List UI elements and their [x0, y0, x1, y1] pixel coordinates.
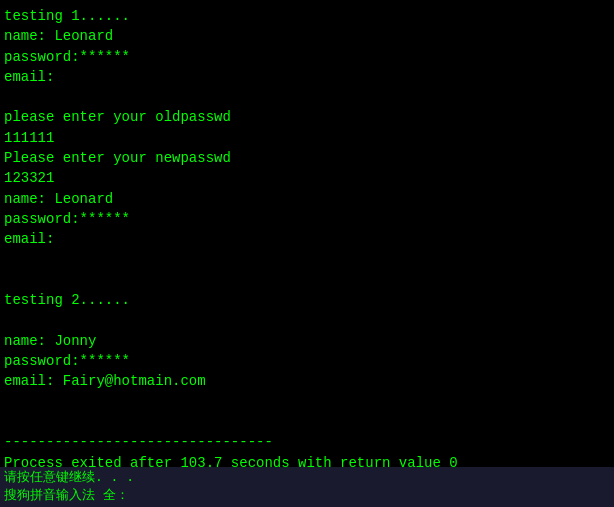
terminal-line: name: Leonard: [4, 189, 610, 209]
terminal-line: password:******: [4, 47, 610, 67]
bottom-bar: 请按任意键继续. . .搜狗拼音输入法 全：: [0, 467, 614, 507]
terminal-line: [4, 270, 610, 290]
terminal-line: password:******: [4, 351, 610, 371]
terminal-line: password:******: [4, 209, 610, 229]
terminal-line: [4, 392, 610, 412]
terminal-line: email: Fairy@hotmain.com: [4, 371, 610, 391]
terminal-line: 123321: [4, 168, 610, 188]
terminal-line: name: Jonny: [4, 331, 610, 351]
terminal-line: [4, 310, 610, 330]
terminal-content: testing 1......name: Leonardpassword:***…: [4, 6, 610, 473]
terminal-line: [4, 87, 610, 107]
terminal-window: testing 1......name: Leonardpassword:***…: [0, 0, 614, 507]
ime-area: 请按任意键继续. . .搜狗拼音输入法 全：: [4, 469, 610, 505]
terminal-line: testing 2......: [4, 290, 610, 310]
terminal-line: testing 1......: [4, 6, 610, 26]
terminal-line: email:: [4, 67, 610, 87]
terminal-line: [4, 250, 610, 270]
ime-line: 搜狗拼音输入法 全：: [4, 487, 610, 505]
terminal-line: [4, 412, 610, 432]
ime-line: 请按任意键继续. . .: [4, 469, 610, 487]
terminal-line: Please enter your newpasswd: [4, 148, 610, 168]
terminal-line: email:: [4, 229, 610, 249]
terminal-line: please enter your oldpasswd: [4, 107, 610, 127]
terminal-line: name: Leonard: [4, 26, 610, 46]
terminal-line: 111111: [4, 128, 610, 148]
terminal-line: --------------------------------: [4, 432, 610, 452]
